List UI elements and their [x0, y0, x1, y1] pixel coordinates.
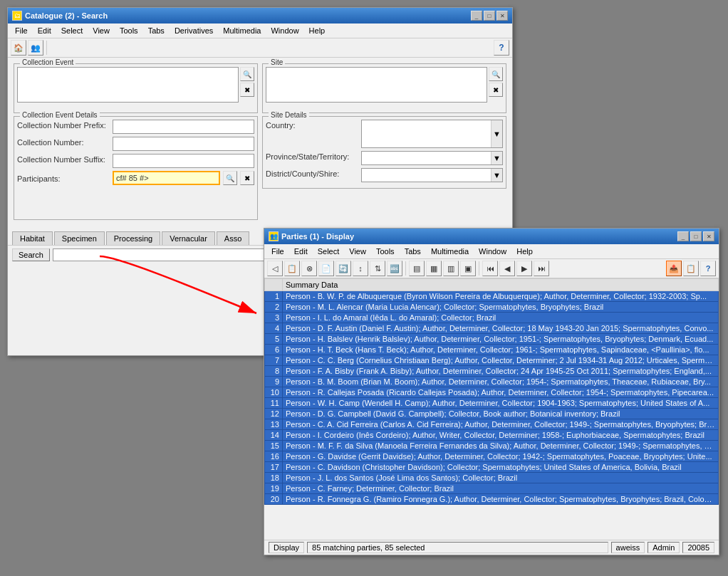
maximize-button[interactable]: □	[484, 11, 495, 21]
tab-vernacular[interactable]: Vernacular	[162, 231, 215, 245]
search-button[interactable]: Search	[12, 248, 50, 261]
parties-tb-2[interactable]: 📋	[284, 261, 300, 276]
parties-tb-8[interactable]: 🔤	[387, 261, 402, 276]
parties-menu-view[interactable]: View	[345, 246, 370, 257]
parties-tb-copy[interactable]: 📋	[683, 261, 699, 276]
parties-minimize-btn[interactable]: _	[677, 231, 689, 241]
menu-derivatives[interactable]: Derivatives	[170, 25, 217, 36]
menu-file[interactable]: File	[11, 25, 32, 36]
catalogue-icon: 🗂	[12, 11, 22, 21]
menu-tabs[interactable]: Tabs	[144, 25, 169, 36]
table-row[interactable]: 2Person - M. L. Alencar (Maria Lucia Ale…	[265, 302, 719, 313]
parties-tb-grid2[interactable]: ▦	[426, 261, 442, 276]
parties-tb-grid1[interactable]: ▤	[409, 261, 425, 276]
parties-menu-select[interactable]: Select	[313, 246, 344, 257]
parties-close-btn[interactable]: ✕	[703, 231, 714, 241]
tab-processing[interactable]: Processing	[106, 231, 160, 245]
parties-table-container[interactable]: Summary Data 1Person - B. W. P. de Albuq…	[264, 278, 719, 540]
parties-tb-next[interactable]: ▶	[516, 261, 532, 276]
table-row[interactable]: 14Person - I. Cordeiro (Inês Cordeiro); …	[265, 430, 719, 441]
parties-tb-help[interactable]: ?	[700, 261, 716, 276]
parties-maximize-btn[interactable]: □	[690, 231, 702, 241]
table-row[interactable]: 12Person - D. G. Campbell (David G. Camp…	[265, 409, 719, 419]
tab-specimen[interactable]: Specimen	[54, 231, 105, 245]
table-row[interactable]: 19Person - C. Farney; Determiner, Collec…	[265, 483, 719, 494]
menu-view[interactable]: View	[88, 25, 114, 36]
table-row[interactable]: 11Person - W. H. Camp (Wendell H. Camp);…	[265, 398, 719, 409]
row-number: 2	[265, 302, 283, 313]
participants-search-btn[interactable]: 🔍	[223, 171, 237, 185]
parties-menu-multimedia[interactable]: Multimedia	[427, 246, 473, 257]
parties-menu-tabs[interactable]: Tabs	[400, 246, 425, 257]
parties-menu-help[interactable]: Help	[512, 246, 537, 257]
prefix-input[interactable]	[113, 120, 254, 134]
table-row[interactable]: 8Person - F. A. Bisby (Frank A. Bisby); …	[265, 366, 719, 377]
number-input[interactable]	[113, 137, 254, 151]
province-dropdown[interactable]: ▼	[491, 152, 502, 164]
table-row[interactable]: 15Person - M. F. F. da Silva (Manoela Fe…	[265, 441, 719, 451]
toolbar-home[interactable]: 🏠	[11, 40, 26, 56]
participants-input[interactable]	[113, 171, 220, 185]
district-dropdown[interactable]: ▼	[491, 169, 502, 182]
parties-menu-edit[interactable]: Edit	[290, 246, 312, 257]
menu-multimedia[interactable]: Multimedia	[219, 25, 265, 36]
table-row[interactable]: 6Person - H. T. Beck (Hans T. Beck); Aut…	[265, 345, 719, 355]
row-summary: Person - D. G. Campbell (David G. Campbe…	[283, 409, 719, 419]
tab-habitat[interactable]: Habitat	[12, 231, 53, 245]
menu-tools[interactable]: Tools	[115, 25, 142, 36]
parties-tb-grid3[interactable]: ▥	[443, 261, 459, 276]
tab-asso[interactable]: Asso	[217, 231, 249, 245]
collection-event-search-btn[interactable]: 🔍	[240, 67, 254, 81]
table-row[interactable]: 18Person - J. L. dos Santos (José Lima d…	[265, 473, 719, 483]
site-input[interactable]	[266, 67, 487, 103]
parties-title-bar: 👥 Parties (1) - Display _ □ ✕	[264, 229, 719, 244]
row-summary: Person - C. A. Cid Ferreira (Carlos A. C…	[283, 419, 719, 430]
toolbar-help[interactable]: ?	[494, 40, 509, 56]
parties-tb-prev[interactable]: ◀	[499, 261, 515, 276]
site-clear-btn[interactable]: ✖	[489, 83, 503, 97]
menu-window[interactable]: Window	[266, 25, 303, 36]
table-row[interactable]: 9Person - B. M. Boom (Brian M. Boom); Au…	[265, 377, 719, 387]
parties-tb-6[interactable]: ↕	[353, 261, 368, 276]
table-row[interactable]: 5Person - H. Balslev (Henrik Balslev); A…	[265, 334, 719, 345]
menu-help[interactable]: Help	[305, 25, 330, 36]
table-row[interactable]: 3Person - I. L. do Amaral (Iêda L. do Am…	[265, 313, 719, 323]
country-dropdown[interactable]: ▼	[491, 120, 502, 147]
parties-tb-grid4[interactable]: ▣	[460, 261, 476, 276]
menu-select[interactable]: Select	[57, 25, 88, 36]
participants-clear-btn[interactable]: ✖	[240, 171, 254, 185]
table-row[interactable]: 1Person - B. W. P. de Albuquerque (Byron…	[265, 291, 719, 302]
table-row[interactable]: 7Person - C. C. Berg (Cornelius Christia…	[265, 355, 719, 366]
row-summary: Person - F. A. Bisby (Frank A. Bisby); A…	[283, 366, 719, 377]
table-row[interactable]: 13Person - C. A. Cid Ferreira (Carlos A.…	[265, 419, 719, 430]
row-number: 11	[265, 398, 283, 409]
parties-tb-5[interactable]: 🔄	[336, 261, 351, 276]
collection-event-clear-btn[interactable]: ✖	[240, 83, 254, 97]
parties-menu-window[interactable]: Window	[474, 246, 511, 257]
row-summary: Person - G. Davidse (Gerrit Davidse); Au…	[283, 451, 719, 462]
menu-edit[interactable]: Edit	[33, 25, 56, 36]
toolbar-search-people[interactable]: 👥	[28, 40, 43, 56]
parties-tb-7[interactable]: ⇅	[370, 261, 385, 276]
table-row[interactable]: 10Person - R. Callejas Posada (Ricardo C…	[265, 387, 719, 398]
parties-tb-first[interactable]: ⏮	[482, 261, 498, 276]
site-search-btn[interactable]: 🔍	[489, 67, 503, 81]
minimize-button[interactable]: _	[471, 11, 482, 21]
table-row[interactable]: 4Person - D. F. Austin (Daniel F. Austin…	[265, 323, 719, 334]
parties-menu-file[interactable]: File	[267, 246, 288, 257]
parties-tb-export[interactable]: 📤	[666, 261, 682, 276]
parties-tb-1[interactable]: ◁	[267, 261, 283, 276]
close-button[interactable]: ✕	[496, 11, 508, 21]
parties-sep1	[405, 261, 406, 276]
parties-tb-4[interactable]: 📄	[318, 261, 334, 276]
table-row[interactable]: 16Person - G. Davidse (Gerrit Davidse); …	[265, 451, 719, 462]
parties-menu-tools[interactable]: Tools	[372, 246, 399, 257]
parties-tb-last[interactable]: ⏭	[534, 261, 549, 276]
site-label: Site	[269, 58, 285, 66]
parties-tb-3[interactable]: ⊗	[301, 261, 317, 276]
suffix-input[interactable]	[113, 154, 254, 168]
status-user: aweiss	[611, 542, 645, 553]
table-row[interactable]: 17Person - C. Davidson (Christopher Davi…	[265, 462, 719, 473]
table-row[interactable]: 20Person - R. Fonnegra G. (Ramiro Fonneg…	[265, 494, 719, 505]
collection-event-input[interactable]	[17, 67, 239, 103]
